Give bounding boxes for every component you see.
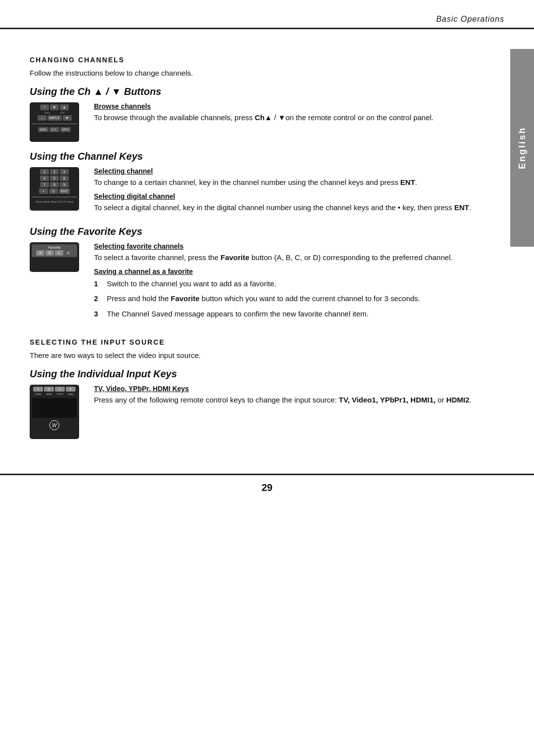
favorite-remote-box: Favorite A B C D: [30, 242, 79, 272]
input-label-hdmi1: HDMI: [33, 393, 43, 396]
saving-fav-list: 1 Switch to the channel you want to add …: [94, 278, 481, 320]
input-remote-image: A B C D HDMI HDMI YPbPr Video W: [30, 385, 84, 439]
numpad-remote-image: 1 2 3 4 5 6 7 8 9: [30, 167, 84, 211]
numpad-divider: [32, 197, 77, 197]
browse-channels-heading: Browse channels: [94, 102, 481, 110]
num6: 6: [60, 176, 69, 181]
selecting-digital-channel-para: To select a digital channel, key in the …: [94, 202, 481, 214]
channel-keys-row: 1 2 3 4 5 6 7 8 9: [30, 167, 481, 217]
fav-b: B: [45, 250, 54, 256]
input-screen: [32, 398, 77, 418]
mts-btn: MTS: [60, 127, 71, 132]
ch-buttons-text: Browse channels To browse through the av…: [94, 102, 481, 128]
main-wrapper: Changing Channels Follow the instruction…: [0, 29, 534, 464]
num8: 8: [50, 182, 59, 187]
selecting-fav-heading: Selecting favorite channels: [94, 242, 481, 250]
input-label-ypbpr: YPbPr: [55, 393, 65, 396]
ch-remote-box: + ⊕ ▲ VOL CH – INPUT ▼ EPG: [30, 102, 79, 142]
ch-remote-image: + ⊕ ▲ VOL CH – INPUT ▼ EPG: [30, 102, 84, 142]
selecting-input-heading: Selecting the Input Source: [30, 338, 481, 346]
input-label-video: Video: [66, 393, 76, 396]
saving-fav-heading: Saving a channel as a favorite: [94, 267, 481, 275]
list-item: 1 Switch to the channel you want to add …: [94, 278, 481, 290]
bottom-bar: 29: [0, 474, 534, 500]
ch-buttons-row: + ⊕ ▲ VOL CH – INPUT ▼ EPG: [30, 102, 481, 142]
browse-channels-para: To browse through the available channels…: [94, 112, 481, 124]
selecting-input-intro: There are two ways to select the video i…: [30, 351, 481, 359]
num7: 7: [40, 182, 49, 187]
selecting-channel-para: To change to a certain channel, key in t…: [94, 177, 481, 188]
ent-btn: ENT: [59, 188, 70, 194]
content-area: Changing Channels Follow the instruction…: [0, 29, 510, 464]
selecting-digital-channel-heading: Selecting digital channel: [94, 192, 481, 200]
fav-inner: Favorite A B C D: [32, 244, 77, 257]
list-item: 2 Press and hold the Favorite button whi…: [94, 293, 481, 305]
changing-channels-intro: Follow the instructions below to change …: [30, 69, 481, 77]
fav-label: Favorite: [33, 246, 76, 249]
numpad-labels: Picture Mode Sleep VGA TV Tuner: [32, 200, 77, 203]
input-a: A: [33, 387, 43, 392]
ch-up-btn: ▲: [60, 104, 69, 110]
subsection-channel-keys-title: Using the Channel Keys: [30, 151, 481, 162]
numpad-remote-box: 1 2 3 4 5 6 7 8 9: [30, 167, 79, 211]
favorite-keys-row: Favorite A B C D Selecting favorite chan…: [30, 242, 481, 323]
input-b: B: [44, 387, 54, 392]
tv-video-keys-para: Press any of the following remote contro…: [94, 395, 481, 406]
page-number: 29: [262, 482, 272, 493]
subsection-favorite-keys-title: Using the Favorite Keys: [30, 226, 481, 237]
input-d: D: [66, 387, 76, 392]
fav-d: D: [64, 250, 73, 256]
input-label-row: HDMI HDMI YPbPr Video: [32, 393, 77, 396]
selecting-channel-heading: Selecting channel: [94, 167, 481, 175]
page-container: Basic Operations Changing Channels Follo…: [0, 0, 534, 756]
individual-input-text: TV, Video, YPbPr, HDMI Keys Press any of…: [94, 385, 481, 410]
side-tab: English: [510, 49, 534, 247]
tv-video-keys-heading: TV, Video, YPbPr, HDMI Keys: [94, 385, 481, 393]
input-label-hdmi2: HDMI: [44, 393, 54, 396]
vol-plus-btn: +: [40, 104, 49, 110]
individual-input-row: A B C D HDMI HDMI YPbPr Video W: [30, 385, 481, 439]
favorite-text: Selecting favorite channels To select a …: [94, 242, 481, 323]
cc-btn: C.C.: [49, 127, 59, 132]
num1: 1: [40, 169, 49, 175]
subsection-ch-buttons-title: Using the Ch ▲ / ▼ Buttons: [30, 86, 481, 97]
dot-btn: •: [39, 188, 48, 194]
westinghouse-logo: W: [49, 420, 59, 430]
fav-c: C: [55, 250, 63, 256]
num9: 9: [60, 182, 69, 187]
input-btn: INPUT: [47, 115, 62, 121]
ch-down-btn: ▼: [63, 115, 72, 121]
menu-btn: ⊕: [50, 104, 59, 110]
list-item: 3 The Channel Saved message appears to c…: [94, 309, 481, 320]
fav-buttons: A B C D: [33, 250, 76, 256]
remote-divider: [32, 124, 77, 124]
header-title: Basic Operations: [436, 15, 504, 24]
input-btn-row: A B C D: [32, 387, 77, 392]
individual-input-title: Using the Individual Input Keys: [30, 368, 481, 380]
selecting-fav-para: To select a favorite channel, press the …: [94, 252, 481, 264]
input-remote-box: A B C D HDMI HDMI YPbPr Video W: [30, 385, 79, 439]
num4: 4: [40, 176, 49, 181]
ch-row-labels: VOL CH: [32, 111, 77, 114]
fav-a: A: [36, 250, 44, 256]
channel-keys-text: Selecting channel To change to a certain…: [94, 167, 481, 217]
favorite-remote-image: Favorite A B C D: [30, 242, 84, 272]
top-header: Basic Operations: [0, 0, 534, 29]
epg-btn: EPG: [38, 127, 48, 132]
num5: 5: [50, 176, 59, 181]
input-c: C: [55, 387, 65, 392]
num2: 2: [50, 169, 59, 175]
num3: 3: [60, 169, 69, 175]
changing-channels-heading: Changing Channels: [30, 56, 481, 64]
num0: 0: [49, 188, 58, 194]
vol-minus-btn: –: [38, 115, 46, 121]
